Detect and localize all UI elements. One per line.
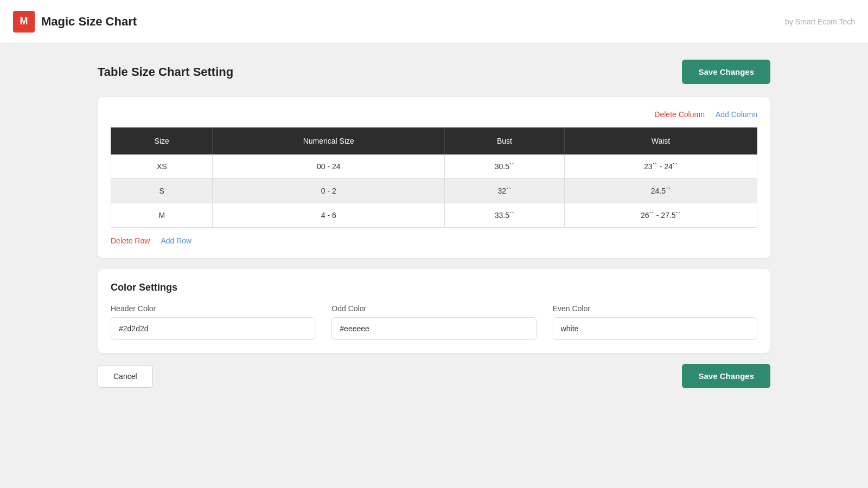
table-cell: XS (111, 155, 213, 179)
table-cell: 23`` - 24`` (564, 155, 757, 179)
odd-color-group: Odd Color (331, 304, 536, 340)
save-changes-button-bottom[interactable]: Save Changes (682, 364, 770, 388)
size-table: Size Numerical Size Bust Waist XS00 - 24… (111, 127, 757, 228)
app-logo: M (13, 11, 35, 33)
delete-column-button[interactable]: Delete Column (654, 110, 705, 119)
add-row-button[interactable]: Add Row (161, 236, 192, 245)
color-settings-card: Color Settings Header Color Odd Color Ev… (98, 269, 770, 353)
row-actions: Delete Row Add Row (111, 236, 757, 245)
column-actions: Delete Column Add Column (111, 110, 757, 119)
even-color-group: Even Color (553, 304, 757, 340)
even-color-input[interactable] (553, 317, 757, 340)
app-byline: by Smart Ecom Tech (785, 17, 855, 26)
main-content: Table Size Chart Setting Save Changes De… (0, 43, 868, 488)
footer-actions: Cancel Save Changes (98, 364, 770, 388)
col-header-waist: Waist (564, 128, 757, 155)
delete-row-button[interactable]: Delete Row (111, 236, 150, 245)
page-title: Table Size Chart Setting (98, 65, 233, 79)
table-cell: 32`` (445, 179, 565, 203)
table-header-row: Size Numerical Size Bust Waist (111, 128, 757, 155)
table-row: M4 - 633.5``26`` - 27.5`` (111, 203, 757, 228)
header-left: M Magic Size Chart (13, 11, 137, 33)
table-card: Delete Column Add Column Size Numerical … (98, 97, 770, 258)
table-cell: S (111, 179, 213, 203)
color-settings-title: Color Settings (111, 282, 757, 293)
table-cell: 4 - 6 (213, 203, 445, 228)
table-cell: 00 - 24 (213, 155, 445, 179)
header-color-label: Header Color (111, 304, 315, 313)
table-cell: M (111, 203, 213, 228)
header-color-group: Header Color (111, 304, 315, 340)
color-inputs-row: Header Color Odd Color Even Color (111, 304, 757, 340)
cancel-button[interactable]: Cancel (98, 365, 153, 388)
table-cell: 24.5`` (564, 179, 757, 203)
table-cell: 30.5`` (445, 155, 565, 179)
table-row: S0 - 232``24.5`` (111, 179, 757, 203)
header-color-input[interactable] (111, 317, 315, 340)
page-header: Table Size Chart Setting Save Changes (98, 60, 770, 84)
table-body: XS00 - 2430.5``23`` - 24``S0 - 232``24.5… (111, 155, 757, 228)
col-header-bust: Bust (445, 128, 565, 155)
col-header-size: Size (111, 128, 213, 155)
odd-color-input[interactable] (331, 317, 536, 340)
odd-color-label: Odd Color (331, 304, 536, 313)
col-header-numerical-size: Numerical Size (213, 128, 445, 155)
save-changes-button-top[interactable]: Save Changes (682, 60, 770, 84)
app-title: Magic Size Chart (41, 15, 137, 29)
app-header: M Magic Size Chart by Smart Ecom Tech (0, 0, 868, 43)
table-header: Size Numerical Size Bust Waist (111, 128, 757, 155)
table-cell: 26`` - 27.5`` (564, 203, 757, 228)
even-color-label: Even Color (553, 304, 757, 313)
add-column-button[interactable]: Add Column (716, 110, 757, 119)
table-cell: 0 - 2 (213, 179, 445, 203)
table-row: XS00 - 2430.5``23`` - 24`` (111, 155, 757, 179)
table-cell: 33.5`` (445, 203, 565, 228)
